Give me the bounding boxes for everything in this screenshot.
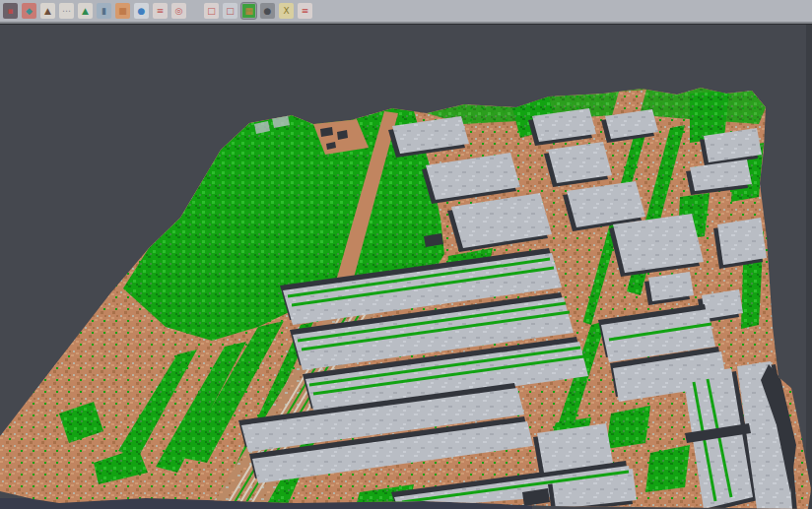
- classification-icon[interactable]: ▦: [241, 3, 256, 19]
- main-toolbar: ▪◆▲⋯▲▮■●≡◎□□▦●X≡: [0, 0, 812, 24]
- toolbar-separator: [190, 3, 200, 19]
- viewport-3d[interactable]: [0, 0, 812, 509]
- report-icon[interactable]: ≡: [298, 3, 312, 19]
- target-icon[interactable]: ◎: [171, 3, 186, 19]
- application-window: ▪◆▲⋯▲▮■●≡◎□□▦●X≡: [0, 0, 812, 509]
- globe-view-icon[interactable]: ●: [134, 3, 149, 19]
- mesh-model-icon[interactable]: ●: [260, 3, 275, 19]
- export-icon[interactable]: X: [279, 3, 294, 19]
- orthophoto-icon[interactable]: ■: [115, 3, 130, 19]
- extent-select-icon[interactable]: □: [204, 3, 219, 19]
- surface-model-icon[interactable]: ▲: [78, 3, 93, 19]
- open-project-icon[interactable]: ▪: [3, 3, 18, 19]
- profile-view-icon[interactable]: ▮: [97, 3, 111, 19]
- point-cloud-icon[interactable]: ⋯: [59, 3, 74, 19]
- layers-icon[interactable]: ≡: [153, 3, 168, 19]
- import-data-icon[interactable]: ◆: [22, 3, 36, 19]
- clip-region-icon[interactable]: □: [223, 3, 237, 19]
- point-cloud-scene[interactable]: [0, 0, 812, 509]
- terrain-icon[interactable]: ▲: [40, 3, 55, 19]
